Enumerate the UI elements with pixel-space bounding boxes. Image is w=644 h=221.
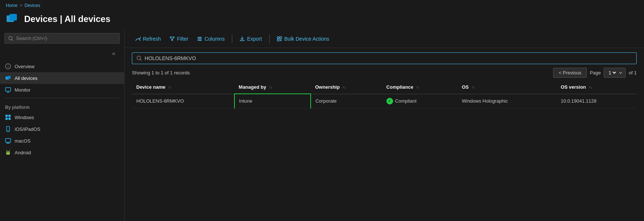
- breadcrumb-home[interactable]: Home: [6, 3, 18, 8]
- compliance-label: Compliant: [395, 98, 417, 104]
- sidebar-item-overview[interactable]: i Overview: [0, 60, 124, 72]
- sidebar-item-monitor-label: Monitor: [15, 87, 30, 93]
- col-device-name[interactable]: Device name ↑↓: [132, 81, 234, 94]
- sidebar-item-all-devices[interactable]: All devices: [0, 72, 124, 84]
- main-content: Refresh Filter Columns: [125, 30, 644, 221]
- android-icon: [5, 150, 11, 155]
- device-search-input[interactable]: [145, 55, 632, 61]
- device-search-box[interactable]: [132, 52, 637, 64]
- page-header: Devices | All devices: [0, 11, 644, 30]
- toolbar-divider-1: [232, 34, 232, 43]
- sidebar-search-input[interactable]: [16, 36, 116, 41]
- sidebar-item-android-label: Android: [15, 150, 31, 155]
- pagination-page-label: Page: [590, 70, 601, 75]
- col-os[interactable]: OS ↑↓: [458, 81, 556, 94]
- sidebar-item-ios[interactable]: iOS/iPadOS: [0, 123, 124, 135]
- svg-line-35: [140, 59, 141, 60]
- sidebar-item-windows[interactable]: Windows: [0, 111, 124, 123]
- svg-rect-14: [8, 118, 11, 120]
- svg-rect-17: [5, 139, 11, 142]
- svg-rect-1: [10, 14, 17, 21]
- cell-compliance: ✓ Compliant: [382, 94, 458, 108]
- svg-point-23: [9, 152, 10, 153]
- sidebar-item-monitor[interactable]: Monitor: [0, 84, 124, 96]
- devices-table: Device name ↑↓ Managed by ↑↓ Ownership ↑…: [132, 81, 637, 108]
- page-select[interactable]: 1: [607, 70, 617, 76]
- export-icon: [240, 36, 245, 41]
- svg-line-24: [7, 150, 7, 151]
- macos-icon: [5, 138, 11, 144]
- svg-rect-21: [6, 151, 10, 155]
- svg-rect-11: [5, 115, 8, 117]
- svg-rect-31: [277, 37, 279, 38]
- sort-managed-by: ↑↓: [269, 86, 272, 89]
- all-devices-icon: [5, 75, 11, 81]
- filter-icon: [170, 36, 175, 41]
- svg-rect-13: [5, 118, 8, 120]
- cell-ownership: Corporate: [311, 94, 382, 108]
- ios-icon: [5, 126, 11, 132]
- sidebar-item-all-devices-label: All devices: [15, 75, 37, 81]
- pagination-of-text: of 1: [629, 70, 637, 75]
- page-select-wrapper[interactable]: 1: [604, 68, 626, 78]
- toolbar-divider-2: [269, 34, 270, 43]
- svg-text:i: i: [8, 65, 8, 69]
- svg-line-25: [9, 150, 10, 151]
- sidebar: « i Overview All devices: [0, 30, 125, 221]
- sort-os: ↑↓: [471, 86, 475, 89]
- col-os-version[interactable]: OS version ↑↓: [556, 81, 637, 94]
- sort-device-name: ↑↓: [168, 86, 171, 89]
- svg-rect-33: [277, 39, 279, 41]
- sort-os-version: ↑↓: [589, 86, 592, 89]
- info-icon: i: [5, 63, 11, 69]
- columns-button[interactable]: Columns: [193, 34, 228, 44]
- sidebar-item-macos[interactable]: macOS: [0, 135, 124, 147]
- sidebar-collapse-button[interactable]: «: [111, 49, 117, 58]
- bulk-actions-icon: [277, 36, 282, 41]
- svg-rect-12: [8, 115, 11, 117]
- cell-device-name[interactable]: HOLOLENS-6RMKVO: [132, 94, 234, 108]
- table-row: HOLOLENS-6RMKVO Intune Corporate ✓ Compl…: [132, 94, 637, 108]
- sidebar-item-overview-label: Overview: [15, 64, 34, 69]
- sidebar-item-ios-label: iOS/iPadOS: [15, 126, 40, 132]
- sidebar-item-macos-label: macOS: [15, 138, 30, 144]
- chevron-down-icon: [619, 71, 622, 75]
- toolbar: Refresh Filter Columns: [125, 30, 644, 48]
- cell-os: Windows Holographic: [458, 94, 556, 108]
- pagination: < Previous Page 1 of 1: [553, 68, 637, 78]
- refresh-icon: [136, 36, 141, 41]
- export-button[interactable]: Export: [236, 34, 265, 44]
- svg-rect-32: [280, 37, 282, 38]
- breadcrumb-current[interactable]: Devices: [25, 3, 40, 8]
- cell-managed-by[interactable]: Intune: [234, 94, 311, 108]
- breadcrumb: Home > Devices: [0, 0, 644, 11]
- col-compliance[interactable]: Compliance ↑↓: [382, 81, 458, 94]
- sidebar-item-windows-label: Windows: [15, 115, 34, 120]
- content-search-icon: [137, 56, 142, 61]
- devices-header-icon: [6, 12, 19, 26]
- sidebar-search-box[interactable]: [4, 33, 120, 44]
- bulk-actions-button[interactable]: Bulk Device Actions: [273, 34, 333, 44]
- sidebar-item-android[interactable]: Android: [0, 147, 124, 158]
- svg-rect-8: [5, 88, 11, 91]
- breadcrumb-separator: >: [20, 3, 22, 8]
- monitor-icon: [5, 87, 11, 93]
- records-showing-text: Showing 1 to 1 of 1 records: [132, 70, 190, 75]
- col-managed-by[interactable]: Managed by ↑↓: [234, 81, 311, 94]
- filter-button[interactable]: Filter: [166, 34, 192, 44]
- cell-os-version: 10.0.19041.1128: [556, 94, 637, 108]
- refresh-button[interactable]: Refresh: [132, 34, 164, 44]
- by-platform-label: By platform: [0, 100, 124, 111]
- compliant-checkmark-icon: ✓: [386, 98, 393, 104]
- svg-point-22: [7, 152, 8, 153]
- col-ownership[interactable]: Ownership ↑↓: [311, 81, 382, 94]
- sort-compliance: ↑↓: [416, 86, 419, 89]
- svg-line-3: [12, 39, 13, 40]
- page-title: Devices | All devices: [24, 14, 110, 24]
- sort-ownership: ↑↓: [343, 86, 346, 89]
- records-info: Showing 1 to 1 of 1 records < Previous P…: [125, 66, 644, 81]
- sidebar-divider: [5, 98, 119, 98]
- search-icon: [8, 36, 13, 41]
- columns-icon: [197, 36, 202, 41]
- previous-button[interactable]: < Previous: [553, 68, 587, 78]
